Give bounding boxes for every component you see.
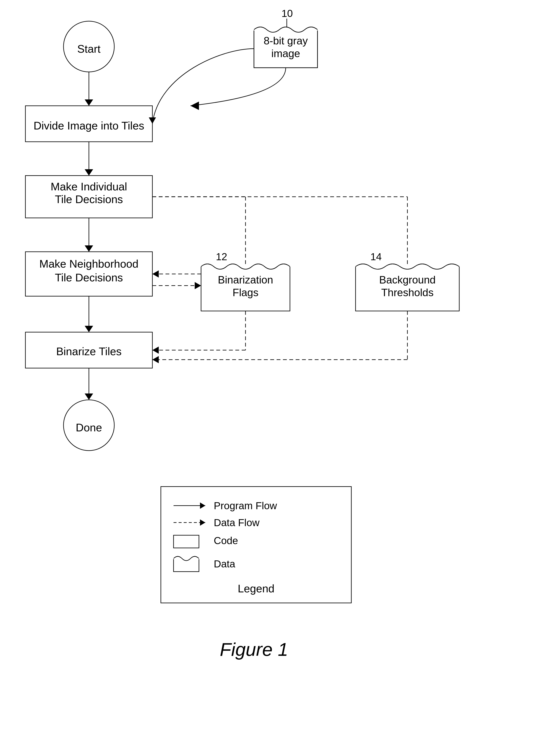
svg-rect-46 bbox=[174, 535, 199, 548]
svg-marker-20 bbox=[85, 393, 93, 400]
divide-label: Divide Image into Tiles bbox=[33, 120, 144, 132]
binarization-flags-line2: Flags bbox=[233, 287, 258, 299]
legend-data-flow: Data Flow bbox=[214, 517, 259, 528]
neighborhood-line2: Tile Decisions bbox=[55, 272, 123, 284]
svg-marker-33 bbox=[195, 282, 201, 289]
svg-marker-5 bbox=[190, 102, 199, 110]
binarize-label: Binarize Tiles bbox=[56, 345, 122, 358]
individual-line1: Make Individual bbox=[51, 180, 127, 193]
svg-marker-31 bbox=[152, 271, 159, 278]
bg-thresh-line2: Thresholds bbox=[381, 287, 433, 299]
figure-title: Figure 1 bbox=[220, 639, 288, 660]
neighborhood-line1: Make Neighborhood bbox=[40, 258, 138, 270]
svg-marker-8 bbox=[85, 99, 93, 106]
svg-marker-14 bbox=[85, 246, 93, 252]
svg-marker-11 bbox=[85, 169, 93, 176]
ref-14-label: 14 bbox=[371, 251, 382, 262]
individual-line2: Tile Decisions bbox=[55, 193, 123, 205]
bg-thresh-line1: Background bbox=[379, 274, 436, 286]
svg-rect-47 bbox=[174, 558, 199, 572]
flowchart-svg: 10 8-bit gray image Start 100 Divide Ima… bbox=[0, 0, 560, 747]
legend-title: Legend bbox=[238, 583, 275, 595]
binarization-flags-line1: Binarization bbox=[218, 274, 273, 286]
ref-10-label: 10 bbox=[281, 8, 293, 19]
ref-12-label: 12 bbox=[216, 251, 227, 262]
input-label-line1: 8-bit gray bbox=[264, 35, 308, 47]
legend-data: Data bbox=[214, 558, 235, 569]
svg-rect-48 bbox=[173, 558, 199, 559]
diagram-container: 10 8-bit gray image Start 100 Divide Ima… bbox=[0, 0, 560, 747]
svg-marker-17 bbox=[85, 326, 93, 332]
svg-rect-4 bbox=[254, 29, 318, 30]
input-label-line2: image bbox=[271, 48, 300, 59]
done-label: Done bbox=[76, 421, 102, 434]
start-label: Start bbox=[77, 43, 101, 55]
legend-program-flow: Program Flow bbox=[214, 500, 277, 511]
svg-marker-39 bbox=[152, 356, 159, 363]
legend-code: Code bbox=[214, 535, 238, 546]
svg-marker-36 bbox=[152, 346, 159, 354]
